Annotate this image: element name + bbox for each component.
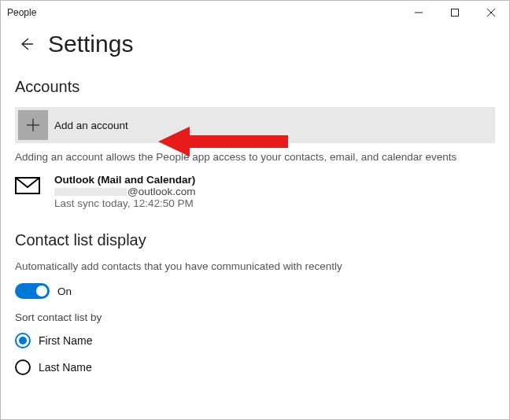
maximize-icon xyxy=(451,9,459,17)
window-title: People xyxy=(7,7,401,18)
back-button[interactable] xyxy=(15,33,37,55)
auto-add-toggle[interactable] xyxy=(15,283,50,299)
page-header: Settings xyxy=(1,24,509,68)
account-texts: Outlook (Mail and Calendar) @outlook.com… xyxy=(54,174,196,209)
svg-rect-1 xyxy=(452,9,459,17)
close-button[interactable] xyxy=(473,1,509,24)
radio-label-first: First Name xyxy=(39,334,92,347)
toggle-state-label: On xyxy=(57,286,72,297)
plus-icon xyxy=(18,110,48,140)
account-item[interactable]: Outlook (Mail and Calendar) @outlook.com… xyxy=(15,174,495,209)
radio-first-name[interactable]: First Name xyxy=(15,333,495,348)
account-last-sync: Last sync today, 12:42:50 PM xyxy=(54,197,196,209)
sort-by-label: Sort contact list by xyxy=(15,311,495,323)
account-email: @outlook.com xyxy=(54,186,196,197)
radio-button xyxy=(15,359,31,375)
mail-icon xyxy=(15,175,43,197)
add-account-label: Add an account xyxy=(54,120,128,131)
close-icon xyxy=(487,9,495,17)
radio-last-name[interactable]: Last Name xyxy=(15,359,495,375)
account-title: Outlook (Mail and Calendar) xyxy=(54,174,196,186)
contact-display-heading: Contact list display xyxy=(15,231,495,249)
minimize-button[interactable] xyxy=(401,1,437,24)
redacted-username xyxy=(54,188,127,196)
maximize-button[interactable] xyxy=(437,1,473,24)
page-title: Settings xyxy=(48,31,133,57)
minimize-icon xyxy=(415,9,423,17)
radio-button-selected xyxy=(15,333,31,348)
auto-add-description: Automatically add contacts that you have… xyxy=(15,260,495,272)
window-controls xyxy=(401,1,509,24)
auto-add-toggle-row: On xyxy=(15,283,495,299)
accounts-description: Adding an account allows the People app … xyxy=(15,151,495,163)
accounts-heading: Accounts xyxy=(15,78,495,96)
content-area: Accounts Add an account Adding an accoun… xyxy=(1,78,509,375)
back-arrow-icon xyxy=(17,35,35,53)
titlebar: People xyxy=(1,1,509,24)
radio-label-last: Last Name xyxy=(39,361,92,374)
add-account-button[interactable]: Add an account xyxy=(15,107,495,143)
